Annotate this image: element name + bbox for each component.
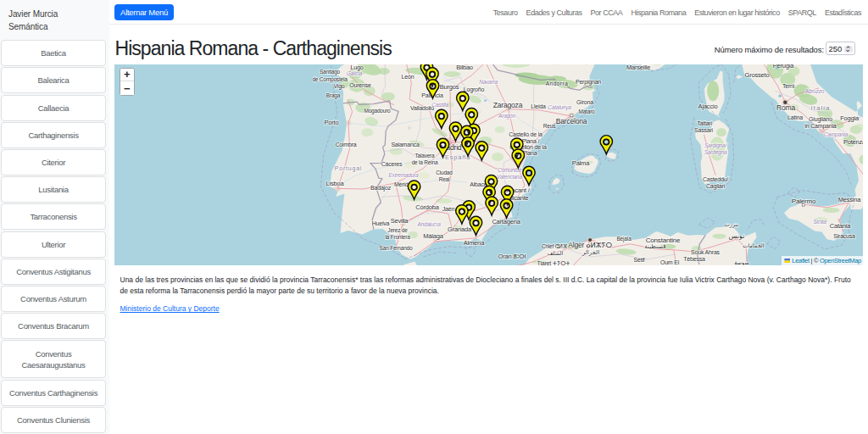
svg-text:Real: Real — [439, 176, 450, 182]
svg-text:Cagliari: Cagliari — [706, 183, 726, 190]
svg-text:Galicia: Galicia — [347, 70, 363, 76]
svg-text:Santiago: Santiago — [320, 69, 341, 75]
svg-text:Lugo: Lugo — [351, 64, 364, 71]
svg-text:Bilbao: Bilbao — [456, 64, 473, 71]
svg-text:Andorra: Andorra — [546, 81, 569, 86]
svg-text:Terni: Terni — [782, 83, 795, 89]
svg-text:Potenza: Potenza — [843, 138, 863, 146]
svg-text:Córdoba: Córdoba — [415, 203, 439, 211]
svg-text:Burgos: Burgos — [440, 83, 459, 91]
svg-text:Roma: Roma — [776, 103, 795, 112]
svg-text:Reus: Reus — [543, 123, 556, 129]
svg-text:Jaén: Jaén — [442, 206, 455, 212]
svg-text:Málaga: Málaga — [423, 232, 443, 240]
svg-text:Zaragoza: Zaragoza — [493, 101, 523, 109]
svg-text:الشلف: الشلف — [548, 250, 564, 256]
svg-text:Siracusa: Siracusa — [833, 233, 855, 239]
svg-text:Latina: Latina — [787, 114, 803, 120]
svg-text:Palermo: Palermo — [792, 198, 816, 205]
svg-text:Vigo: Vigo — [333, 83, 344, 90]
svg-text:Tiaret ⵜⵢⵔⵜ: Tiaret ⵜⵢⵔⵜ — [537, 260, 571, 265]
svg-text:Tébessa: Tébessa — [683, 256, 705, 262]
svg-text:بنزرت: بنزرت — [725, 221, 739, 228]
svg-text:Castilla: Castilla — [431, 102, 448, 108]
svg-text:Marseille: Marseille — [626, 64, 650, 71]
svg-text:Perpignan: Perpignan — [576, 79, 601, 86]
svg-text:Ourense: Ourense — [349, 82, 371, 88]
svg-text:Sétif: Sétif — [633, 257, 644, 263]
svg-text:Abruzzo: Abruzzo — [804, 88, 825, 94]
svg-text:Casteddu/: Casteddu/ — [703, 176, 728, 182]
svg-text:Huelva: Huelva — [372, 220, 390, 226]
svg-text:Foggia: Foggia — [840, 114, 860, 122]
svg-text:Béjaïa: Béjaïa — [616, 236, 632, 242]
svg-text:Grosseto: Grosseto — [745, 71, 770, 79]
svg-text:Granada: Granada — [448, 225, 472, 233]
svg-text:Ciudad: Ciudad — [436, 170, 453, 175]
svg-text:Cáceres: Cáceres — [381, 161, 403, 167]
svg-text:تونس: تونس — [729, 232, 745, 240]
svg-text:de Compostela: de Compostela — [312, 76, 348, 83]
svg-text:Catania: Catania — [830, 222, 851, 230]
svg-text:Giugliano: Giugliano — [809, 116, 832, 123]
svg-text:Sevilla: Sevilla — [391, 217, 409, 225]
svg-text:Ajaccio: Ajaccio — [698, 103, 718, 110]
svg-text:Coimbra: Coimbra — [335, 142, 356, 147]
svg-text:Badajoz: Badajoz — [370, 185, 392, 192]
svg-text:Salamanca: Salamanca — [391, 142, 420, 147]
svg-text:Tattari: Tattari — [697, 120, 712, 126]
svg-text:Braga: Braga — [326, 92, 341, 99]
svg-text:Valladolid: Valladolid — [410, 105, 434, 111]
svg-text:Almería: Almería — [464, 239, 485, 247]
svg-text:Palma: Palma — [572, 159, 590, 167]
svg-text:Sassari: Sassari — [694, 127, 714, 133]
svg-text:Andalucía: Andalucía — [416, 221, 441, 227]
svg-text:سوسة: سوسة — [734, 259, 749, 265]
svg-text:Messina: Messina — [838, 196, 862, 203]
svg-text:Italia: Italia — [811, 104, 831, 112]
svg-text:Portugal: Portugal — [335, 165, 362, 172]
svg-text:Mataró: Mataró — [578, 108, 595, 114]
svg-text:Extremadura: Extremadura — [388, 172, 419, 178]
svg-text:Lleida: Lleida — [531, 103, 546, 109]
svg-text:Barcelona: Barcelona — [556, 117, 587, 125]
svg-text:Plana /: Plana / — [522, 138, 540, 144]
svg-text:Jerez de: Jerez de — [387, 227, 408, 233]
svg-text:Lisboa: Lisboa — [326, 180, 345, 187]
svg-text:San Fernando: San Fernando — [380, 245, 413, 251]
svg-text:قسنطينة: قسنطينة — [644, 243, 665, 249]
svg-text:Oran ⵓⵂⵔⵏ: Oran ⵓⵂⵔⵏ — [498, 253, 526, 260]
svg-text:Alger ⴰⵍⵣⵢⵔ: Alger ⴰⵍⵣⵢⵔ — [568, 241, 612, 249]
svg-text:Perugia: Perugia — [773, 64, 794, 70]
svg-text:Constantine: Constantine — [646, 236, 681, 244]
svg-text:León: León — [402, 74, 415, 80]
svg-text:Navarra: Navarra — [479, 79, 498, 85]
svg-text:de la Reina: de la Reina — [412, 159, 438, 165]
svg-text:Girona: Girona — [576, 99, 593, 105]
svg-text:Aragón: Aragón — [498, 113, 515, 120]
svg-text:Catalunya: Catalunya — [548, 104, 571, 111]
svg-text:Sicilia: Sicilia — [813, 219, 826, 225]
svg-text:Souk Ahras: Souk Ahras — [691, 249, 720, 255]
svg-text:Sardigna/: Sardigna/ — [704, 142, 727, 149]
svg-text:Porto: Porto — [325, 119, 339, 126]
svg-text:Mogadouro: Mogadouro — [364, 108, 391, 114]
svg-text:الجزائر: الجزائر — [581, 249, 599, 256]
svg-text:in Campania: in Campania — [804, 123, 836, 130]
svg-text:Sardegna: Sardegna — [704, 149, 727, 156]
svg-text:Valenciana: Valenciana — [497, 174, 523, 180]
svg-text:Talavera: Talavera — [415, 153, 436, 159]
svg-text:Oum El: Oum El — [660, 259, 680, 265]
svg-text:la Frontera: la Frontera — [385, 234, 410, 240]
svg-text:Castelló de la: Castelló de la — [509, 131, 542, 137]
svg-text:الحمامات: الحمامات — [743, 242, 764, 248]
svg-text:Chlef ⵛⵍⴼ: Chlef ⵛⵍⴼ — [542, 243, 568, 249]
